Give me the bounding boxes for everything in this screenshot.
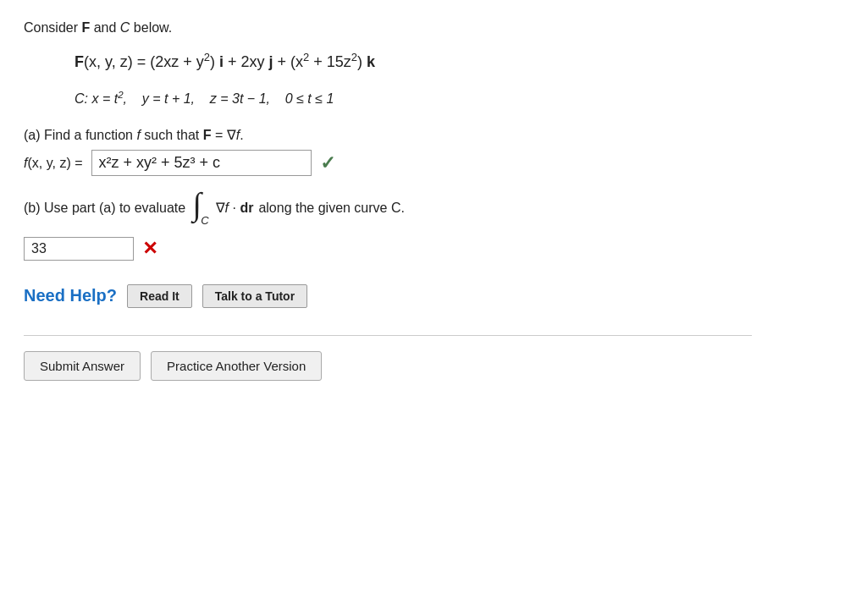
answer-b-row: ✕ xyxy=(24,237,752,261)
intro-F: F xyxy=(81,20,90,35)
curve-block: C: x = t2, y = t + 1, z = 3t − 1, 0 ≤ t … xyxy=(24,86,752,112)
bottom-btn-row: Submit Answer Practice Another Version xyxy=(24,335,752,381)
intro-consider: Consider xyxy=(24,20,81,35)
submit-answer-button[interactable]: Submit Answer xyxy=(24,351,141,381)
part-b-pre: (b) Use part (a) to evaluate xyxy=(24,201,185,216)
formula-block: F(x, y, z) = (2xz + y2) i + 2xy j + (x2 … xyxy=(24,51,752,71)
answer-a-label: f(x, y, z) = xyxy=(24,156,83,171)
answer-b-input[interactable] xyxy=(24,237,134,261)
formula-F-plus1: + 2xy xyxy=(224,53,269,70)
curve-text: C: x = t2, y = t + 1, z = 3t − 1, 0 ≤ t … xyxy=(75,91,334,106)
formula-F-plus2: + xyxy=(273,53,290,70)
need-help-label: Need Help? xyxy=(24,286,117,305)
formula-F-x2: x2 + 15z2 xyxy=(295,53,357,70)
answer-a-input[interactable] xyxy=(91,150,312,176)
problem-container: Consider F and C below. F(x, y, z) = (2x… xyxy=(24,20,752,381)
part-b-along: along the given curve C. xyxy=(258,201,405,216)
read-it-button[interactable]: Read It xyxy=(127,284,192,308)
cross-icon: ✕ xyxy=(142,238,157,260)
intro-and: and xyxy=(90,20,120,35)
part-b-row: (b) Use part (a) to evaluate ∫ C ∇f · dr… xyxy=(24,190,752,227)
formula-F-i: i xyxy=(215,53,224,70)
formula-F-2xz: 2xz + y2 xyxy=(155,53,210,70)
part-a-label: (a) Find a function f such that F = ∇f. xyxy=(24,127,752,143)
intro-text: Consider F and C below. xyxy=(24,20,752,36)
need-help-row: Need Help? Read It Talk to a Tutor xyxy=(24,284,752,308)
intro-below: below. xyxy=(130,20,172,35)
intro-C: C xyxy=(120,20,130,35)
part-b-integrand: ∇f · dr xyxy=(216,200,254,216)
formula-F-k: k xyxy=(362,53,375,70)
formula-F-label: F xyxy=(75,53,84,70)
practice-another-version-button[interactable]: Practice Another Version xyxy=(151,351,322,381)
talk-to-tutor-button[interactable]: Talk to a Tutor xyxy=(202,284,307,308)
curve-line: C: x = t2, y = t + 1, z = 3t − 1, 0 ≤ t … xyxy=(75,86,752,112)
part-a-text: (a) Find a function f such that F = ∇f. xyxy=(24,128,244,142)
check-icon: ✓ xyxy=(320,152,335,174)
answer-a-row: f(x, y, z) = ✓ xyxy=(24,150,752,176)
formula-F-vars: (x, y, z) = xyxy=(84,53,150,70)
integral-block: ∫ C xyxy=(192,190,208,227)
formula-F-line: F(x, y, z) = (2xz + y2) i + 2xy j + (x2 … xyxy=(75,51,752,71)
